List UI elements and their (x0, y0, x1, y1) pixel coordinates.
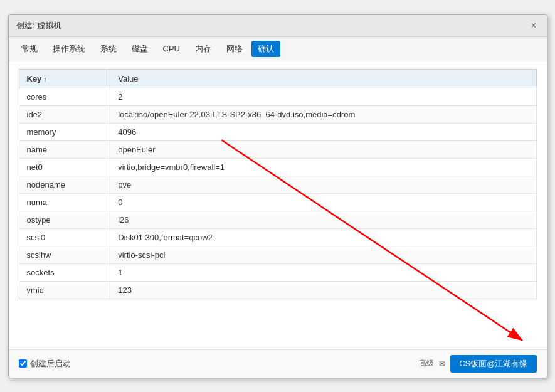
table-row: nodenamepve (19, 176, 536, 193)
autostart-checkbox[interactable] (19, 359, 27, 368)
mail-icon: ✉ (439, 359, 445, 368)
cell-value: 1 (110, 263, 536, 281)
cell-key: ide2 (19, 105, 110, 123)
cell-value: virtio,bridge=vmbr0,firewall=1 (110, 158, 536, 176)
config-table: Key↑ Value cores2ide2local:iso/openEuler… (19, 69, 537, 299)
table-row: memory4096 (19, 123, 536, 140)
footer-left: 创建后启动 (19, 358, 71, 369)
table-row: scsi0Disk01:300,format=qcow2 (19, 228, 536, 246)
main-content: Key↑ Value cores2ide2local:iso/openEuler… (9, 61, 547, 349)
title-bar: 创建: 虚拟机 × (9, 15, 547, 37)
dialog-title: 创建: 虚拟机 (16, 20, 61, 31)
col-header-value: Value (110, 69, 536, 88)
table-row: cores2 (19, 88, 536, 105)
cell-value: 4096 (110, 123, 536, 140)
footer-right: 高级 ✉ CS饭面@江湖有缘 (419, 355, 536, 373)
table-row: numa0 (19, 193, 536, 211)
tab-cpu[interactable]: CPU (157, 41, 186, 56)
cell-value: 123 (110, 281, 536, 299)
footer: 创建后启动 高级 ✉ CS饭面@江湖有缘 (9, 349, 547, 378)
watermark-button[interactable]: CS饭面@江湖有缘 (450, 355, 536, 373)
close-button[interactable]: × (528, 21, 539, 31)
tab-system[interactable]: 系统 (94, 41, 123, 57)
table-row: nameopenEuler (19, 140, 536, 158)
table-row: vmid123 (19, 281, 536, 299)
cell-value: l26 (110, 211, 536, 228)
cell-value: 0 (110, 193, 536, 211)
advanced-label: 高级 (419, 358, 434, 369)
table-row: scsihwvirtio-scsi-pci (19, 246, 536, 263)
tab-bar: 常规 操作系统 系统 磁盘 CPU 内存 网络 确认 (9, 37, 547, 61)
cell-key: cores (19, 88, 110, 105)
tab-memory[interactable]: 内存 (189, 41, 218, 57)
cell-key: scsi0 (19, 228, 110, 246)
cell-key: net0 (19, 158, 110, 176)
cell-value: local:iso/openEuler-22.03-LTS-SP2-x86_64… (110, 105, 536, 123)
dialog: 创建: 虚拟机 × 常规 操作系统 系统 磁盘 CPU 内存 网络 确认 Key… (8, 14, 547, 378)
table-row: ostypel26 (19, 211, 536, 228)
cell-key: scsihw (19, 246, 110, 263)
col-header-key: Key↑ (19, 69, 110, 88)
cell-key: sockets (19, 263, 110, 281)
sort-arrow: ↑ (43, 75, 47, 83)
cell-key: ostype (19, 211, 110, 228)
cell-value: pve (110, 176, 536, 193)
tab-os[interactable]: 操作系统 (46, 41, 92, 57)
cell-key: name (19, 140, 110, 158)
table-row: net0virtio,bridge=vmbr0,firewall=1 (19, 158, 536, 176)
cell-key: nodename (19, 176, 110, 193)
cell-value: openEuler (110, 140, 536, 158)
tab-network[interactable]: 网络 (220, 41, 249, 57)
table-row: sockets1 (19, 263, 536, 281)
cell-value: Disk01:300,format=qcow2 (110, 228, 536, 246)
cell-key: memory (19, 123, 110, 140)
tab-general[interactable]: 常规 (15, 41, 44, 57)
cell-value: 2 (110, 88, 536, 105)
tab-confirm[interactable]: 确认 (251, 41, 280, 57)
tab-disk[interactable]: 磁盘 (125, 41, 154, 57)
cell-key: vmid (19, 281, 110, 299)
table-row: ide2local:iso/openEuler-22.03-LTS-SP2-x8… (19, 105, 536, 123)
autostart-label: 创建后启动 (30, 358, 71, 369)
autostart-checkbox-label[interactable]: 创建后启动 (19, 358, 71, 369)
cell-value: virtio-scsi-pci (110, 246, 536, 263)
cell-key: numa (19, 193, 110, 211)
